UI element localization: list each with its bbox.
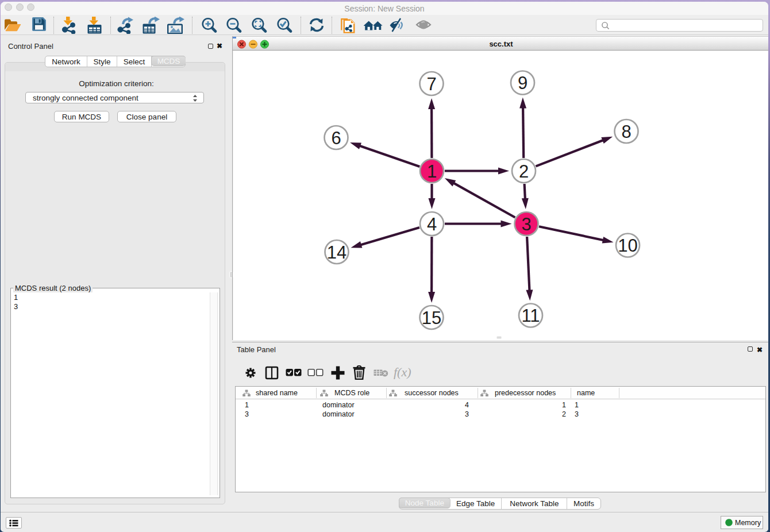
svg-text:14: 14 <box>327 242 346 263</box>
svg-text:10: 10 <box>618 236 637 256</box>
svg-text:6: 6 <box>331 128 341 148</box>
svg-text:15: 15 <box>422 308 441 328</box>
svg-text:3: 3 <box>521 214 531 234</box>
svg-text:9: 9 <box>518 73 528 93</box>
svg-text:1: 1 <box>427 161 437 182</box>
svg-text:8: 8 <box>621 122 631 142</box>
svg-text:7: 7 <box>426 74 436 94</box>
svg-text:11: 11 <box>521 306 540 326</box>
svg-text:2: 2 <box>519 161 529 182</box>
svg-text:4: 4 <box>427 214 437 234</box>
